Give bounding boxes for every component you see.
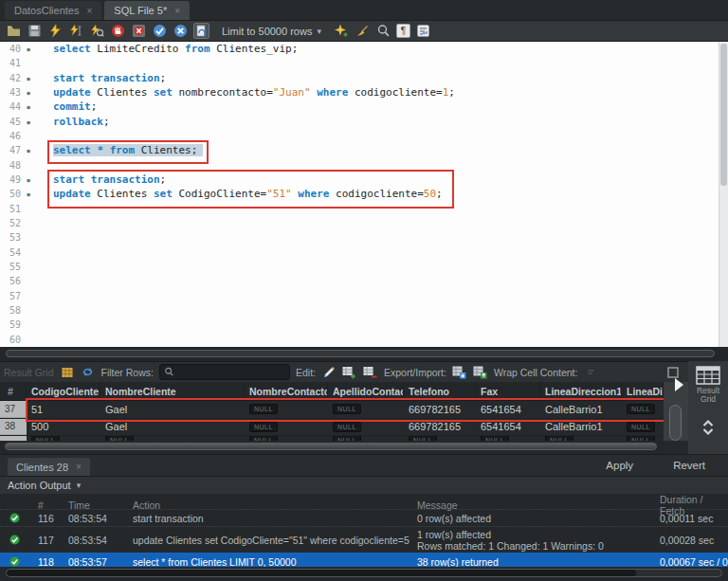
editor-line-58[interactable]: 58 xyxy=(0,303,719,318)
execute-current-statement-icon[interactable] xyxy=(68,23,84,39)
refresh-icon[interactable] xyxy=(81,365,96,379)
grid-cell[interactable]: 6541654 xyxy=(476,419,540,436)
action-output-scrollbar[interactable] xyxy=(0,567,728,579)
scrollbar-thumb[interactable] xyxy=(669,405,682,441)
grid-cell[interactable]: NULL xyxy=(245,401,328,418)
scrollbar-thumb[interactable] xyxy=(6,350,715,357)
commit-icon[interactable] xyxy=(152,23,168,39)
column-header[interactable]: CodigoCliente xyxy=(27,382,100,400)
find-icon[interactable] xyxy=(375,23,391,39)
editor-line-49[interactable]: 49●start transaction; xyxy=(0,172,719,187)
action-row-116[interactable]: 11608:53:54start transaction0 row(s) aff… xyxy=(0,509,728,526)
action-row-117[interactable]: 11708:53:54update Clientes set CodigoCli… xyxy=(0,526,728,553)
revert-button[interactable]: Revert xyxy=(673,460,705,471)
editor-line-59[interactable]: 59 xyxy=(0,318,719,332)
grid-cell[interactable]: Gael xyxy=(100,401,245,418)
scrollbar-thumb[interactable] xyxy=(5,443,657,450)
rollback-icon[interactable] xyxy=(173,23,189,39)
editor-line-42[interactable]: 42●start transaction; xyxy=(0,71,719,85)
sidebar-result-grid-button[interactable]: Result Grid xyxy=(688,366,728,404)
grid-cell[interactable]: 51 xyxy=(27,401,100,418)
resultset-tab-clientes[interactable]: Clientes 28 × xyxy=(8,458,90,476)
editor-line-48[interactable]: 48 xyxy=(0,158,719,172)
grid-cell[interactable]: 500 xyxy=(27,419,100,436)
grid-cell[interactable]: Gael xyxy=(100,419,245,436)
grid-cell[interactable]: NULL xyxy=(622,419,664,436)
close-icon[interactable]: × xyxy=(76,462,82,472)
grid-row-37[interactable]: 3751GaelNULLNULL6697821656541654CalleBar… xyxy=(0,401,664,419)
stop-query-icon[interactable] xyxy=(110,23,126,39)
editor-line-55[interactable]: 55 xyxy=(0,260,719,274)
editor-line-46[interactable]: 46 xyxy=(0,129,719,143)
editor-horizontal-scrollbar[interactable] xyxy=(0,347,728,361)
show-invisibles-icon[interactable]: ¶ xyxy=(396,24,410,38)
tab-datosclientes[interactable]: DatosClientes × xyxy=(5,1,101,20)
wrap-cell-toggle-icon[interactable] xyxy=(583,365,598,379)
editor-line-50[interactable]: 50●update Clientes set CodigoCliente="51… xyxy=(0,187,719,201)
import-records-icon[interactable] xyxy=(473,365,488,379)
toggle-autocommit-icon[interactable] xyxy=(193,23,209,39)
grid-row-38[interactable]: 38500GaelNULLNULL6697821656541654CalleBa… xyxy=(0,419,664,437)
scrollbar-thumb[interactable] xyxy=(7,570,636,576)
null-badge: NULL xyxy=(627,422,655,432)
editor-line-40[interactable]: 40●select LimiteCredito from Clientes_vi… xyxy=(0,42,719,56)
toggle-wrap-icon[interactable] xyxy=(415,23,431,39)
grid-cell[interactable]: CalleBarrio1 xyxy=(540,419,622,436)
clear-query-icon[interactable] xyxy=(355,23,371,39)
beautify-icon[interactable] xyxy=(334,23,350,39)
grid-horizontal-scrollbar[interactable] xyxy=(0,441,664,454)
editor-line-45[interactable]: 45●rollback; xyxy=(0,115,719,129)
sql-editor[interactable]: 40●select LimiteCredito from Clientes_vi… xyxy=(0,42,728,347)
close-icon[interactable]: × xyxy=(86,6,92,16)
collapse-expand-icon[interactable] xyxy=(688,419,728,436)
column-header[interactable]: Fax xyxy=(476,382,540,400)
action-output-header[interactable]: Action Output ▾ xyxy=(0,476,728,494)
editor-line-41[interactable]: 41 xyxy=(0,56,719,70)
column-header[interactable]: LineaDireccion1 xyxy=(540,382,622,400)
column-header[interactable]: ApellidoContacto xyxy=(328,382,404,400)
grid-cell[interactable]: 669782165 xyxy=(404,419,476,436)
grid-cell[interactable]: CalleBarrio1 xyxy=(540,401,622,418)
editor-line-53[interactable]: 53 xyxy=(0,230,719,245)
grid-cell[interactable]: 6541654 xyxy=(476,401,540,418)
explain-icon[interactable] xyxy=(89,23,105,39)
action-duration: 0,00028 sec xyxy=(652,535,728,546)
close-icon[interactable]: × xyxy=(174,6,180,16)
column-header[interactable]: LineaDireccion2 xyxy=(622,382,664,400)
editor-line-54[interactable]: 54 xyxy=(0,245,719,260)
column-header[interactable]: NombreCliente xyxy=(100,382,245,400)
open-script-icon[interactable] xyxy=(6,23,22,39)
maximize-panel-icon[interactable] xyxy=(665,365,681,379)
column-header[interactable]: # xyxy=(0,382,27,400)
delete-row-icon[interactable] xyxy=(363,365,378,379)
toggle-stop-on-error-icon[interactable] xyxy=(131,23,147,39)
editor-line-43[interactable]: 43●update Clientes set nombrecontacto="J… xyxy=(0,85,719,100)
editor-line-44[interactable]: 44●commit; xyxy=(0,100,719,114)
tab-sql-file-5[interactable]: SQL File 5* × xyxy=(104,1,190,20)
grid-cell[interactable]: NULL xyxy=(328,401,404,418)
editor-line-56[interactable]: 56 xyxy=(0,274,719,288)
panel-collapse-arrow-icon[interactable] xyxy=(675,378,683,391)
grid-cell[interactable]: 669782165 xyxy=(404,401,476,418)
column-header[interactable]: Telefono xyxy=(404,382,476,400)
scrollbar-thumb[interactable] xyxy=(720,44,727,186)
grid-cell[interactable]: NULL xyxy=(245,419,328,436)
apply-button[interactable]: Apply xyxy=(606,460,633,471)
editor-line-57[interactable]: 57 xyxy=(0,289,719,303)
editor-line-47[interactable]: 47●select * from Clientes; xyxy=(0,143,719,157)
grid-cell[interactable]: NULL xyxy=(328,419,404,436)
edit-record-icon[interactable] xyxy=(321,365,337,379)
filter-rows-input[interactable] xyxy=(159,364,290,380)
editor-line-52[interactable]: 52 xyxy=(0,216,719,230)
token: Clientes xyxy=(91,86,154,99)
insert-row-icon[interactable] xyxy=(342,365,357,379)
editor-line-51[interactable]: 51 xyxy=(0,202,719,216)
export-recordset-icon[interactable] xyxy=(452,365,467,379)
save-script-icon[interactable] xyxy=(27,23,43,39)
editor-line-60[interactable]: 60 xyxy=(0,333,719,347)
column-header[interactable]: NombreContacto xyxy=(245,382,328,400)
grid-cell[interactable]: NULL xyxy=(622,401,664,418)
execute-icon[interactable] xyxy=(47,23,64,39)
editor-vertical-scrollbar[interactable] xyxy=(719,42,728,347)
limit-rows-dropdown[interactable]: Limit to 50000 rows ▾ xyxy=(216,25,327,38)
